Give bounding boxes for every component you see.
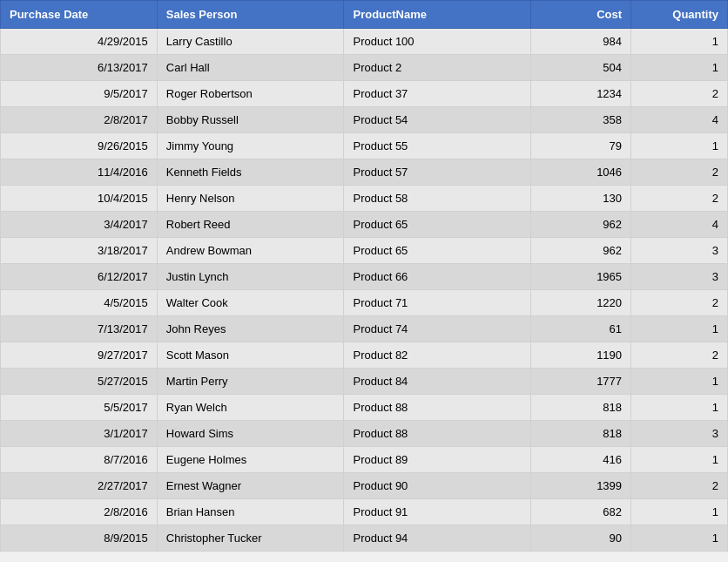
cell-cost: 1399 (531, 473, 631, 499)
header-quantity: Quantity (631, 1, 728, 29)
cell-cost: 130 (531, 186, 631, 212)
header-row: Purchase Date Sales Person ProductName C… (1, 1, 728, 29)
cell-product_name: Product 100 (344, 29, 531, 55)
header-product-name: ProductName (344, 1, 531, 29)
cell-purchase_date: 8/9/2015 (1, 525, 158, 552)
cell-sales_person: Eugene Holmes (157, 447, 344, 473)
cell-cost: 79 (531, 133, 631, 159)
cell-product_name: Product 74 (344, 316, 531, 342)
cell-quantity: 2 (631, 186, 728, 212)
cell-quantity: 1 (631, 316, 728, 342)
cell-product_name: Product 57 (344, 159, 531, 186)
cell-quantity: 2 (631, 159, 728, 186)
cell-sales_person: Jimmy Young (157, 133, 344, 159)
cell-quantity: 1 (631, 133, 728, 159)
table-row: 9/5/2017Roger RobertsonProduct 3712342 (1, 81, 728, 107)
table-container: Purchase Date Sales Person ProductName C… (0, 0, 728, 552)
cell-product_name: Product 66 (344, 264, 531, 290)
cell-quantity: 3 (631, 264, 728, 290)
cell-purchase_date: 4/29/2015 (1, 29, 158, 55)
cell-product_name: Product 65 (344, 212, 531, 238)
cell-cost: 504 (531, 55, 631, 81)
table-row: 3/1/2017Howard SimsProduct 888183 (1, 421, 728, 447)
cell-quantity: 1 (631, 499, 728, 525)
cell-purchase_date: 11/4/2016 (1, 159, 158, 186)
table-row: 4/5/2015Walter CookProduct 7112202 (1, 290, 728, 316)
cell-purchase_date: 2/27/2017 (1, 473, 158, 499)
cell-product_name: Product 88 (344, 421, 531, 447)
table-row: 6/13/2017Carl HallProduct 25041 (1, 55, 728, 81)
cell-sales_person: Walter Cook (157, 290, 344, 316)
cell-purchase_date: 9/27/2017 (1, 342, 158, 369)
cell-cost: 1965 (531, 264, 631, 290)
cell-product_name: Product 54 (344, 107, 531, 133)
cell-purchase_date: 2/8/2016 (1, 499, 158, 525)
cell-quantity: 3 (631, 238, 728, 264)
cell-purchase_date: 5/5/2017 (1, 395, 158, 421)
table-row: 3/4/2017Robert ReedProduct 659624 (1, 212, 728, 238)
cell-cost: 1220 (531, 290, 631, 316)
cell-sales_person: Ernest Wagner (157, 473, 344, 499)
cell-sales_person: John Reyes (157, 316, 344, 342)
cell-cost: 1234 (531, 81, 631, 107)
header-sales-person: Sales Person (157, 1, 344, 29)
cell-quantity: 1 (631, 447, 728, 473)
cell-quantity: 2 (631, 342, 728, 369)
cell-cost: 358 (531, 107, 631, 133)
cell-purchase_date: 2/8/2017 (1, 107, 158, 133)
cell-cost: 416 (531, 447, 631, 473)
cell-sales_person: Christopher Tucker (157, 525, 344, 552)
cell-cost: 962 (531, 238, 631, 264)
cell-product_name: Product 55 (344, 133, 531, 159)
table-row: 2/8/2016Brian HansenProduct 916821 (1, 499, 728, 525)
table-row: 10/4/2015Henry NelsonProduct 581302 (1, 186, 728, 212)
cell-quantity: 4 (631, 212, 728, 238)
cell-product_name: Product 94 (344, 525, 531, 552)
cell-cost: 61 (531, 316, 631, 342)
cell-sales_person: Andrew Bowman (157, 238, 344, 264)
cell-cost: 984 (531, 29, 631, 55)
cell-product_name: Product 84 (344, 369, 531, 395)
cell-purchase_date: 3/1/2017 (1, 421, 158, 447)
cell-sales_person: Carl Hall (157, 55, 344, 81)
table-row: 11/4/2016Kenneth FieldsProduct 5710462 (1, 159, 728, 186)
cell-sales_person: Martin Perry (157, 369, 344, 395)
header-cost: Cost (531, 1, 631, 29)
cell-sales_person: Kenneth Fields (157, 159, 344, 186)
cell-purchase_date: 6/12/2017 (1, 264, 158, 290)
cell-sales_person: Henry Nelson (157, 186, 344, 212)
cell-cost: 1777 (531, 369, 631, 395)
cell-sales_person: Robert Reed (157, 212, 344, 238)
table-row: 5/5/2017Ryan WelchProduct 888181 (1, 395, 728, 421)
cell-cost: 962 (531, 212, 631, 238)
cell-purchase_date: 6/13/2017 (1, 55, 158, 81)
cell-purchase_date: 9/5/2017 (1, 81, 158, 107)
cell-purchase_date: 3/4/2017 (1, 212, 158, 238)
cell-sales_person: Ryan Welch (157, 395, 344, 421)
cell-purchase_date: 8/7/2016 (1, 447, 158, 473)
cell-product_name: Product 2 (344, 55, 531, 81)
cell-quantity: 1 (631, 29, 728, 55)
table-row: 3/18/2017Andrew BowmanProduct 659623 (1, 238, 728, 264)
table-row: 5/27/2015Martin PerryProduct 8417771 (1, 369, 728, 395)
table-row: 2/8/2017Bobby RussellProduct 543584 (1, 107, 728, 133)
cell-quantity: 2 (631, 473, 728, 499)
cell-quantity: 2 (631, 81, 728, 107)
cell-quantity: 1 (631, 525, 728, 552)
cell-purchase_date: 5/27/2015 (1, 369, 158, 395)
cell-purchase_date: 7/13/2017 (1, 316, 158, 342)
cell-sales_person: Roger Robertson (157, 81, 344, 107)
cell-cost: 682 (531, 499, 631, 525)
cell-product_name: Product 65 (344, 238, 531, 264)
cell-quantity: 3 (631, 421, 728, 447)
cell-sales_person: Howard Sims (157, 421, 344, 447)
cell-quantity: 2 (631, 290, 728, 316)
cell-sales_person: Bobby Russell (157, 107, 344, 133)
cell-purchase_date: 3/18/2017 (1, 238, 158, 264)
table-row: 7/13/2017John ReyesProduct 74611 (1, 316, 728, 342)
cell-product_name: Product 58 (344, 186, 531, 212)
cell-product_name: Product 82 (344, 342, 531, 369)
cell-quantity: 1 (631, 369, 728, 395)
cell-product_name: Product 91 (344, 499, 531, 525)
table-row: 9/26/2015Jimmy YoungProduct 55791 (1, 133, 728, 159)
